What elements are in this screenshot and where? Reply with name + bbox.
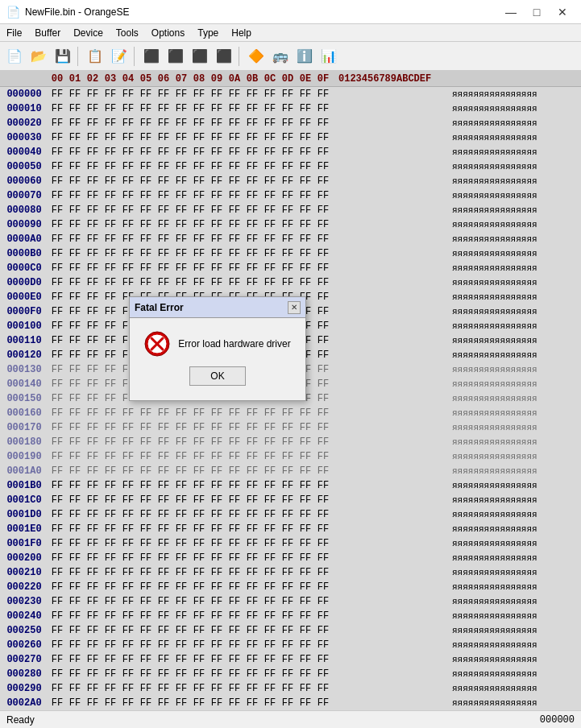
status-text: Ready xyxy=(6,714,35,726)
dialog-message-text: Error load hardware driver xyxy=(178,338,290,350)
menu-item-device[interactable]: Device xyxy=(67,26,110,40)
toolbar-stats[interactable]: 📊 xyxy=(317,45,340,68)
dialog-message-row: Error load hardware driver xyxy=(144,331,290,357)
toolbar-copy[interactable]: 📋 xyxy=(84,45,106,68)
toolbar-save[interactable]: 💾 xyxy=(52,45,74,68)
title-bar-left: 📄 NewFile.bin - OrangeSE xyxy=(6,6,129,19)
menu-item-options[interactable]: Options xyxy=(145,26,191,40)
toolbar-btn4[interactable]: ⬛ xyxy=(213,45,235,68)
menu-item-buffer[interactable]: Buffer xyxy=(28,26,67,40)
dialog-title-bar: Fatal Error ✕ xyxy=(130,297,305,318)
dialog-title: Fatal Error xyxy=(135,302,184,313)
menu-item-file[interactable]: File xyxy=(0,26,28,40)
modal-overlay: Fatal Error ✕ Error load hardware driver xyxy=(0,71,581,710)
toolbar-separator-2 xyxy=(134,47,137,66)
toolbar-highlight[interactable]: 🔶 xyxy=(245,45,268,68)
dialog-close-button[interactable]: ✕ xyxy=(288,301,301,314)
status-offset: 000000 xyxy=(540,714,575,726)
menu-item-type[interactable]: Type xyxy=(191,26,225,40)
title-controls: — □ ✕ xyxy=(499,4,575,20)
toolbar-separator-1 xyxy=(77,47,81,66)
app-icon: 📄 xyxy=(6,6,20,19)
toolbar-open[interactable]: 📂 xyxy=(27,45,50,68)
error-dialog: Fatal Error ✕ Error load hardware driver xyxy=(129,296,306,401)
window-close-button[interactable]: ✕ xyxy=(550,4,575,20)
maximize-button[interactable]: □ xyxy=(525,4,549,20)
main-area: 000102030405060708090A0B0C0D0E0F 0123456… xyxy=(0,71,581,710)
menu-bar: FileBufferDeviceToolsOptionsTypeHelp xyxy=(0,24,581,42)
minimize-button[interactable]: — xyxy=(499,4,523,20)
toolbar-info[interactable]: ℹ️ xyxy=(293,45,316,68)
menu-item-tools[interactable]: Tools xyxy=(110,26,145,40)
menu-item-help[interactable]: Help xyxy=(225,26,258,40)
toolbar: 📄 📂 💾 📋 📝 ⬛ ⬛ ⬛ ⬛ 🔶 🚌 ℹ️ 📊 xyxy=(0,42,581,71)
toolbar-btn1[interactable]: ⬛ xyxy=(140,45,163,68)
toolbar-new[interactable]: 📄 xyxy=(3,45,26,68)
toolbar-device[interactable]: 🚌 xyxy=(269,45,292,68)
window-title: NewFile.bin - OrangeSE xyxy=(25,6,129,18)
toolbar-btn3[interactable]: ⬛ xyxy=(189,45,211,68)
error-icon xyxy=(144,331,170,357)
title-bar: 📄 NewFile.bin - OrangeSE — □ ✕ xyxy=(0,0,581,24)
toolbar-paste[interactable]: 📝 xyxy=(108,45,131,68)
toolbar-btn2[interactable]: ⬛ xyxy=(164,45,187,68)
toolbar-separator-3 xyxy=(239,47,242,66)
dialog-body: Error load hardware driver OK xyxy=(130,318,305,395)
status-bar: Ready 000000 xyxy=(0,710,581,728)
dialog-ok-button[interactable]: OK xyxy=(189,366,246,386)
